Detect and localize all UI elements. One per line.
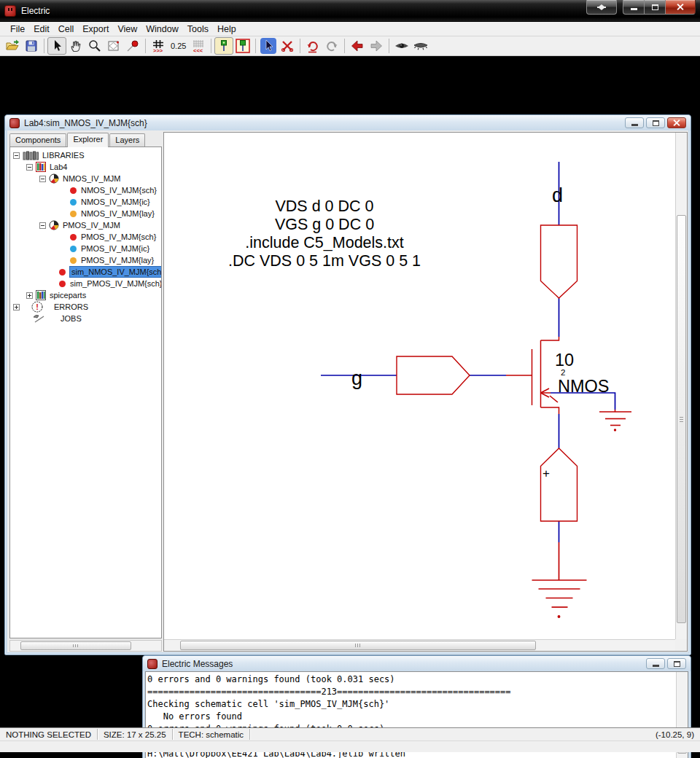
tree-item-pmos-lay[interactable]: PMOS_IV_MJM{lay}: [10, 254, 161, 266]
minimize-button[interactable]: [623, 0, 644, 15]
schematic-cell-icon: [70, 187, 77, 194]
grid-coarse-button[interactable]: >>>: [149, 37, 168, 55]
collapse-box-icon[interactable]: [39, 176, 46, 182]
tree-label: sim_PMOS_IV_MJM{sch}: [70, 279, 162, 288]
spice-deck-text[interactable]: VDS d 0 DC 0 VGS g 0 DC 0 .include C5_Mo…: [228, 198, 421, 270]
tree-item-pmos-ic[interactable]: PMOS_IV_MJM{ic}: [10, 243, 161, 254]
tree-label: JOBS: [61, 314, 82, 323]
tree-item-nmos-sch[interactable]: NMOS_IV_MJM{sch}: [10, 184, 161, 196]
menu-file[interactable]: File: [6, 23, 29, 36]
collapse-cells-button[interactable]: [411, 37, 430, 55]
save-button[interactable]: [22, 37, 41, 55]
forward-button[interactable]: [367, 37, 386, 55]
open-button[interactable]: [3, 37, 22, 55]
pin-normal-button[interactable]: [214, 37, 233, 55]
messages-restore-button[interactable]: [667, 658, 686, 669]
vds-source-symbol[interactable]: [541, 225, 578, 298]
tree-item-errors[interactable]: ! ERRORS: [10, 301, 161, 313]
menu-cell[interactable]: Cell: [54, 23, 79, 36]
edit-close-button[interactable]: [667, 117, 686, 128]
edit-window-title: Lab4:sim_NMOS_IV_MJM{sch}: [24, 118, 147, 128]
transistor-length-label[interactable]: 2: [561, 368, 565, 377]
tree-label: ERRORS: [54, 302, 88, 311]
tools-button[interactable]: [278, 37, 297, 55]
explorer-hscrollbar[interactable]: [9, 640, 162, 652]
schematic-drawing[interactable]: VDS d 0 DC 0 VGS g 0 DC 0 .include C5_Mo…: [164, 133, 679, 642]
tree-item-lab4[interactable]: Lab4: [10, 161, 161, 173]
nmos-transistor-symbol[interactable]: [506, 337, 559, 414]
select-tool-button[interactable]: [47, 37, 66, 55]
collapse-box-icon[interactable]: [39, 222, 46, 229]
tree-item-sim-nmos-sch[interactable]: sim_NMOS_IV_MJM{sch}: [10, 266, 161, 278]
expand-cells-button[interactable]: [392, 37, 411, 55]
collapse-box-icon[interactable]: [13, 152, 20, 159]
svg-text:.DC VDS 0 5 1m VGS 0 5 1: .DC VDS 0 5 1m VGS 0 5 1: [228, 252, 421, 270]
pin-export-icon: [236, 39, 250, 53]
main-titlebar[interactable]: Electric: [0, 0, 700, 22]
selection-status: NOTHING SELECTED: [0, 729, 98, 740]
tree-item-libraries[interactable]: LIBRARIES: [10, 149, 161, 161]
ground-symbol-main[interactable]: [532, 542, 587, 617]
collapse-box-icon[interactable]: [26, 164, 33, 171]
edit-restore-button[interactable]: [646, 117, 665, 128]
expand-eye-icon: [394, 39, 410, 53]
tab-explorer[interactable]: Explorer: [67, 133, 109, 147]
tree-item-nmos-lay[interactable]: NMOS_IV_MJM{lay}: [10, 208, 161, 219]
messages-minimize-button[interactable]: [646, 658, 665, 669]
svg-text:>>>: >>>: [153, 47, 163, 53]
electric-messages-icon: [147, 659, 158, 669]
menu-edit[interactable]: Edit: [29, 23, 54, 36]
menu-view[interactable]: View: [113, 23, 141, 36]
tree-item-pmos-group[interactable]: PMOS_IV_MJM: [10, 219, 161, 231]
canvas-vscrollbar[interactable]: [675, 133, 687, 639]
messages-titlebar[interactable]: Electric Messages: [143, 656, 691, 671]
objects-cursor-button[interactable]: [259, 37, 278, 55]
transistor-width-label[interactable]: 10: [555, 351, 574, 370]
zoom-tool-button[interactable]: [85, 37, 104, 55]
tab-layers[interactable]: Layers: [109, 133, 145, 146]
schematic-cell-icon: [59, 281, 66, 287]
tree-label: LIBRARIES: [42, 151, 84, 160]
measure-tool-button[interactable]: [123, 37, 142, 55]
transistor-name-label[interactable]: NMOS: [558, 377, 610, 396]
outline-tool-button[interactable]: [104, 37, 123, 55]
library-icon: [36, 290, 46, 300]
vbulk-source-symbol[interactable]: [541, 448, 578, 521]
ground-symbol-bulk[interactable]: [599, 410, 631, 431]
tree-item-nmos-ic[interactable]: NMOS_IV_MJM{ic}: [10, 196, 161, 208]
expand-box-icon[interactable]: [13, 304, 20, 310]
edit-window-titlebar[interactable]: Lab4:sim_NMOS_IV_MJM{sch}: [5, 115, 691, 130]
edit-minimize-button[interactable]: [625, 117, 644, 128]
menu-tools[interactable]: Tools: [183, 23, 213, 36]
menu-export[interactable]: Export: [78, 23, 113, 36]
outline-edit-icon: [106, 39, 121, 53]
redo-icon: [324, 39, 339, 53]
close-button[interactable]: [665, 0, 696, 15]
tree-item-spiceparts[interactable]: spiceparts: [10, 289, 161, 301]
pin-export-button[interactable]: [233, 37, 252, 55]
undo-button[interactable]: [303, 37, 322, 55]
save-icon: [24, 39, 39, 53]
menu-help[interactable]: Help: [213, 23, 241, 36]
plus-terminal-label[interactable]: +: [542, 466, 550, 480]
size-status: SIZE: 17 x 25.25: [98, 729, 173, 740]
redo-button[interactable]: [322, 37, 341, 55]
tree-item-jobs[interactable]: JOBS: [10, 313, 161, 324]
restore-button[interactable]: [644, 0, 665, 15]
schematic-canvas[interactable]: VDS d 0 DC 0 VGS g 0 DC 0 .include C5_Mo…: [163, 132, 688, 652]
vgs-source-symbol[interactable]: [397, 356, 470, 394]
expand-box-icon[interactable]: [26, 292, 33, 299]
resize-arrows-button[interactable]: [586, 0, 617, 15]
electric-cell-icon: [9, 118, 20, 128]
canvas-hscrollbar[interactable]: [164, 639, 675, 651]
gate-net-label[interactable]: g: [351, 367, 362, 389]
tree-item-nmos-group[interactable]: NMOS_IV_MJM: [10, 173, 161, 184]
menu-window[interactable]: Window: [141, 23, 182, 36]
grid-fine-button[interactable]: <<<: [189, 37, 208, 55]
pan-tool-button[interactable]: [66, 37, 85, 55]
tree-item-sim-pmos-sch[interactable]: sim_PMOS_IV_MJM{sch}: [10, 278, 161, 289]
drain-net-label[interactable]: d: [552, 184, 563, 206]
back-button[interactable]: [348, 37, 367, 55]
tab-components[interactable]: Components: [9, 133, 66, 146]
tree-item-pmos-sch[interactable]: PMOS_IV_MJM{sch}: [10, 231, 161, 243]
